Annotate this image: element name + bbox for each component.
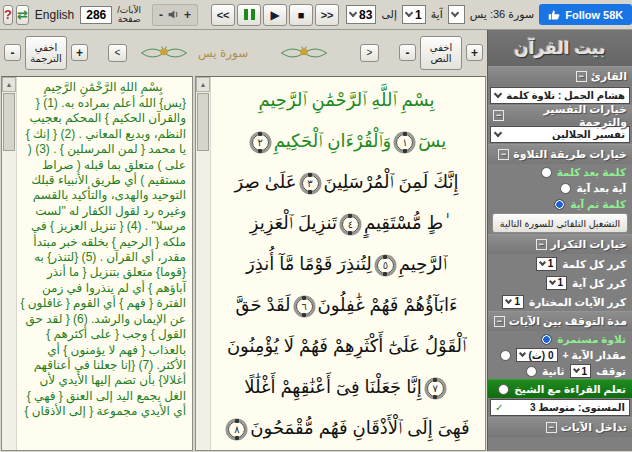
section-title: خيارات التفسير والترجمة [508,103,627,129]
radio-option[interactable]: آية بعد آية [488,180,632,196]
swap-arrows-icon: ⇄ [17,7,28,22]
radio-option[interactable]: تلاوة مستمرة [488,331,632,347]
radio-label: مقدار الآية + [563,349,626,361]
ayah-number-marker[interactable]: ٨ [228,421,245,438]
pause-option[interactable]: مقدار الآية +0 (ث) [488,347,632,363]
facebook-follow-button[interactable]: Follow 58K [539,4,632,25]
quran-text[interactable]: لَقَدْ حَقَّ [235,295,290,315]
sidebar-section-header[interactable]: تداخل الآيات− [488,417,632,437]
ayah-number-marker[interactable]: ٤ [342,216,359,233]
sidebar-select[interactable]: تفسير الجلالين [490,126,630,143]
collapse-icon[interactable]: − [576,71,587,82]
volume-down-button[interactable]: - [159,8,163,22]
quran-text[interactable]: ٱلْقَوْلُ عَلَىٰٓ أَكْثَرِهِمْ فَهُمْ لَ… [227,336,466,356]
ayah-number-marker[interactable]: ٢ [252,134,269,151]
radio-icon[interactable] [541,167,552,178]
quran-text[interactable]: عَلَىٰ صِرَ [235,172,297,192]
volume-up-button[interactable]: + [184,8,191,22]
value-select[interactable]: 0 (ث) [516,348,557,362]
sidebar-section-header[interactable]: خيارات طريقة التلاوة− [488,144,632,164]
surah-select[interactable] [448,5,465,24]
to-ayah-select[interactable]: 83 [346,5,376,24]
quran-line: ءَابَآؤُهُمْ فَهُمْ غَٰفِلُونَ٦لَقَدْ حَ… [214,285,479,326]
quran-text[interactable]: ٰطٍ مُّسْتَقِيمٍ [364,213,443,233]
scroll-up-icon[interactable]: ▲ [196,77,210,92]
tafsir-body[interactable]: {يس} الله أعلم بمراده به. (1) { والقرآن … [20,96,186,420]
collapse-icon[interactable]: − [498,149,509,160]
ornament-icon [278,42,330,64]
ayah-select[interactable]: 1 [402,5,426,24]
decrease-font-button[interactable]: - [4,44,21,61]
radio-icon[interactable] [526,366,537,377]
pause-option[interactable]: توقف1ثانية [488,363,632,379]
radio-option[interactable]: كلمة ثم آية [488,196,632,212]
quran-text[interactable]: بِسْمِ ٱللَّهِ ٱلرَّحْمَٰنِ ٱلرَّحِيمِ [258,90,434,110]
stop-button[interactable]: ■ [289,4,313,26]
autoplay-next-surah-button[interactable]: التشغيل التلقائي للسورة التالية [492,213,628,233]
ayat-per-page-input[interactable] [80,6,112,24]
panel-nav-button[interactable]: > [360,44,379,62]
ayah-number-marker[interactable]: ٥ [377,257,394,274]
quran-text[interactable]: ءَابَآؤُهُمْ فَهُمْ غَٰفِلُونَ [318,295,458,315]
radio-icon[interactable] [500,350,511,361]
translation-scrollbar[interactable]: ▲ [2,77,17,450]
scrollbar-thumb[interactable] [3,93,15,151]
scrollbar-thumb[interactable] [197,93,209,151]
quran-text[interactable]: لِتُنذِرَ قَوْمًا مَّآ أُنذِرَ [246,254,372,274]
scroll-up-icon[interactable]: ▲ [2,77,16,92]
decrease-font-button[interactable]: - [399,44,416,61]
panel-nav-button[interactable]: < [108,44,127,62]
increase-font-button[interactable]: + [71,44,88,61]
count-select[interactable]: 1 [502,295,524,309]
collapse-icon[interactable]: − [493,110,504,121]
pause-button[interactable] [237,4,261,26]
quran-text[interactable]: إِنَّا جَعَلْنَا فِىٓ أَعْنَٰقِهِمْ أَغْ… [244,377,421,397]
radio-icon[interactable] [498,384,509,395]
help-button[interactable]: ? [3,5,13,25]
next-button[interactable]: >> [315,4,339,26]
quran-line: ٱلْقَوْلُ عَلَىٰٓ أَكْثَرِهِمْ فَهُمْ لَ… [214,326,479,367]
sidebar-section-header[interactable]: مدة التوقف بين الآيات− [488,311,632,331]
sidebar-select[interactable]: هشام الجمل : تلاوة كلمة بعد كلمة [490,87,630,104]
radio-icon[interactable] [541,334,552,345]
collapse-icon[interactable]: − [546,422,557,433]
hide-translation-button[interactable]: اخفي الترجمة [25,36,67,70]
swap-translation-button[interactable]: ⇄ [16,5,29,25]
learn-with-sheikh-option[interactable]: تعلم القراءة مع الشيخ [488,379,632,398]
quran-line: ٧إِنَّا جَعَلْنَا فِىٓ أَعْنَٰقِهِمْ أَغ… [214,367,479,408]
quran-text[interactable]: إِنَّكَ لَمِنَ ٱلْمُرْسَلِينَ [324,172,459,192]
language-selector[interactable]: English [35,8,74,22]
sidebar-button-row: التشغيل التلقائي للسورة التالية [488,212,632,234]
quran-text[interactable]: فَهِىَ إِلَى ٱلْأَذْقَانِ فَهُم مُّقْمَح… [250,418,469,438]
play-button[interactable]: ▶ [263,4,287,26]
surah-label: سورة 36: يس [470,8,534,21]
ayah-number-marker[interactable]: ١ [396,134,413,151]
surah-title: سورة يس [198,46,248,60]
select-value: 1 [514,296,520,307]
radio-option[interactable]: كلمة بعد كلمة [488,164,632,180]
increase-font-button[interactable]: + [466,44,483,61]
count-select[interactable]: 1 [536,257,558,271]
ayah-number-marker[interactable]: ٦ [296,298,313,315]
quran-text[interactable]: تَنزِيلَ ٱلْعَزِيزِ [250,213,337,233]
sidebar-section-header[interactable]: القارئ− [488,66,632,86]
collapse-icon[interactable]: − [494,316,505,327]
radio-icon[interactable] [560,183,571,194]
count-select[interactable]: 1 [546,276,568,290]
sidebar-select[interactable]: المستوى: متوسط 3✓ [490,399,630,416]
radio-icon[interactable] [554,199,565,210]
question-mark-icon: ? [4,7,12,22]
quran-text[interactable]: ٱلرَّحِيمِ [399,254,447,274]
collapse-icon[interactable]: − [536,239,547,250]
ayah-number-marker[interactable]: ٧ [427,380,444,397]
previous-button[interactable]: << [211,4,235,26]
speaker-icon [167,8,180,21]
quran-scrollbar[interactable]: ▲ [196,77,211,450]
quran-text[interactable]: يسٓ [418,131,446,151]
value-select[interactable]: 1 [570,364,592,378]
sidebar-section-header[interactable]: خيارات التفسير والترجمة− [488,105,632,125]
sidebar-section-header[interactable]: خيارات التكرار− [488,234,632,254]
hide-text-button[interactable]: اخفي النص [420,36,462,70]
ayah-number-marker[interactable]: ٣ [302,175,319,192]
quran-text[interactable]: وَٱلْقُرْءَانِ ٱلْحَكِيمِ [274,131,392,151]
